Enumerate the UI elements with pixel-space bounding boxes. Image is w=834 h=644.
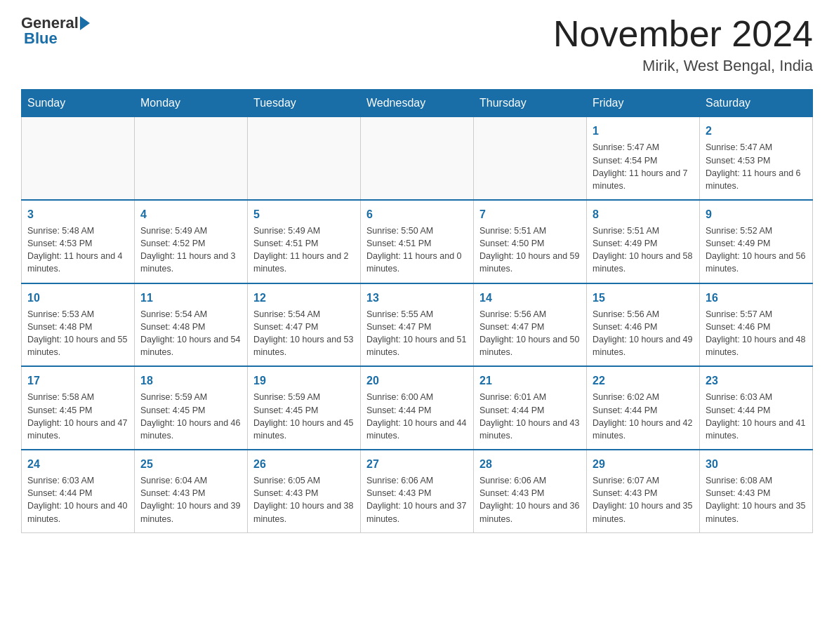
- day-number: 11: [140, 290, 241, 306]
- day-info: Sunrise: 5:58 AM Sunset: 4:45 PM Dayligh…: [27, 391, 128, 442]
- day-info: Sunrise: 6:06 AM Sunset: 4:43 PM Dayligh…: [366, 474, 468, 525]
- day-cell: 24Sunrise: 6:03 AM Sunset: 4:44 PM Dayli…: [22, 450, 135, 532]
- day-info: Sunrise: 5:59 AM Sunset: 4:45 PM Dayligh…: [253, 391, 355, 442]
- day-number: 24: [27, 456, 128, 472]
- day-number: 4: [140, 206, 241, 222]
- day-cell: 28Sunrise: 6:06 AM Sunset: 4:43 PM Dayli…: [474, 450, 587, 532]
- day-cell: 22Sunrise: 6:02 AM Sunset: 4:44 PM Dayli…: [587, 366, 700, 450]
- day-cell: 17Sunrise: 5:58 AM Sunset: 4:45 PM Dayli…: [22, 366, 135, 450]
- day-info: Sunrise: 5:54 AM Sunset: 4:47 PM Dayligh…: [253, 308, 355, 359]
- header-cell-tuesday: Tuesday: [248, 90, 361, 117]
- logo-arrow-icon: [80, 16, 90, 30]
- header-cell-sunday: Sunday: [22, 90, 135, 117]
- day-info: Sunrise: 5:55 AM Sunset: 4:47 PM Dayligh…: [366, 308, 468, 359]
- day-info: Sunrise: 6:03 AM Sunset: 4:44 PM Dayligh…: [27, 474, 128, 525]
- day-info: Sunrise: 5:48 AM Sunset: 4:53 PM Dayligh…: [27, 224, 128, 276]
- day-number: 14: [479, 290, 581, 306]
- day-number: 5: [253, 206, 355, 222]
- day-cell: 26Sunrise: 6:05 AM Sunset: 4:43 PM Dayli…: [248, 450, 361, 532]
- week-row-5: 24Sunrise: 6:03 AM Sunset: 4:44 PM Dayli…: [22, 450, 813, 532]
- day-number: 22: [593, 373, 694, 389]
- week-row-2: 3Sunrise: 5:48 AM Sunset: 4:53 PM Daylig…: [22, 200, 813, 283]
- day-info: Sunrise: 5:47 AM Sunset: 4:53 PM Dayligh…: [706, 141, 807, 192]
- week-row-4: 17Sunrise: 5:58 AM Sunset: 4:45 PM Dayli…: [22, 366, 813, 450]
- day-number: 12: [253, 290, 355, 306]
- day-info: Sunrise: 6:05 AM Sunset: 4:43 PM Dayligh…: [253, 474, 355, 525]
- day-cell: 29Sunrise: 6:07 AM Sunset: 4:43 PM Dayli…: [587, 450, 700, 532]
- day-cell: 27Sunrise: 6:06 AM Sunset: 4:43 PM Dayli…: [361, 450, 474, 532]
- calendar-table: SundayMondayTuesdayWednesdayThursdayFrid…: [21, 89, 813, 532]
- day-info: Sunrise: 6:01 AM Sunset: 4:44 PM Dayligh…: [479, 391, 581, 442]
- day-cell: 18Sunrise: 5:59 AM Sunset: 4:45 PM Dayli…: [135, 366, 248, 450]
- day-cell: 19Sunrise: 5:59 AM Sunset: 4:45 PM Dayli…: [248, 366, 361, 450]
- day-cell: 21Sunrise: 6:01 AM Sunset: 4:44 PM Dayli…: [474, 366, 587, 450]
- day-info: Sunrise: 5:52 AM Sunset: 4:49 PM Dayligh…: [706, 224, 807, 276]
- day-info: Sunrise: 6:00 AM Sunset: 4:44 PM Dayligh…: [366, 391, 468, 442]
- day-cell: [22, 117, 135, 200]
- day-number: 2: [706, 123, 807, 139]
- day-number: 28: [479, 456, 581, 472]
- day-number: 29: [593, 456, 694, 472]
- day-info: Sunrise: 6:07 AM Sunset: 4:43 PM Dayligh…: [593, 474, 694, 525]
- day-cell: 12Sunrise: 5:54 AM Sunset: 4:47 PM Dayli…: [248, 283, 361, 367]
- day-info: Sunrise: 5:51 AM Sunset: 4:49 PM Dayligh…: [593, 224, 694, 276]
- day-info: Sunrise: 5:51 AM Sunset: 4:50 PM Dayligh…: [479, 224, 581, 276]
- header-cell-saturday: Saturday: [700, 90, 813, 117]
- day-cell: 20Sunrise: 6:00 AM Sunset: 4:44 PM Dayli…: [361, 366, 474, 450]
- day-cell: [474, 117, 587, 200]
- day-number: 23: [706, 373, 807, 389]
- day-info: Sunrise: 6:04 AM Sunset: 4:43 PM Dayligh…: [140, 474, 241, 525]
- day-cell: 6Sunrise: 5:50 AM Sunset: 4:51 PM Daylig…: [361, 200, 474, 283]
- header-cell-friday: Friday: [587, 90, 700, 117]
- location-title: Mirik, West Bengal, India: [553, 57, 813, 75]
- day-cell: [361, 117, 474, 200]
- day-number: 17: [27, 373, 128, 389]
- day-cell: 30Sunrise: 6:08 AM Sunset: 4:43 PM Dayli…: [700, 450, 813, 532]
- day-info: Sunrise: 6:02 AM Sunset: 4:44 PM Dayligh…: [593, 391, 694, 442]
- day-number: 20: [366, 373, 468, 389]
- day-number: 16: [706, 290, 807, 306]
- month-title: November 2024: [553, 14, 813, 54]
- day-number: 13: [366, 290, 468, 306]
- day-cell: 4Sunrise: 5:49 AM Sunset: 4:52 PM Daylig…: [135, 200, 248, 283]
- day-info: Sunrise: 5:54 AM Sunset: 4:48 PM Dayligh…: [140, 308, 241, 359]
- logo-blue-text: Blue: [24, 29, 58, 48]
- day-number: 9: [706, 206, 807, 222]
- day-cell: 8Sunrise: 5:51 AM Sunset: 4:49 PM Daylig…: [587, 200, 700, 283]
- day-number: 10: [27, 290, 128, 306]
- day-cell: 5Sunrise: 5:49 AM Sunset: 4:51 PM Daylig…: [248, 200, 361, 283]
- day-cell: 1Sunrise: 5:47 AM Sunset: 4:54 PM Daylig…: [587, 117, 700, 200]
- day-cell: [248, 117, 361, 200]
- day-cell: 15Sunrise: 5:56 AM Sunset: 4:46 PM Dayli…: [587, 283, 700, 367]
- day-info: Sunrise: 6:06 AM Sunset: 4:43 PM Dayligh…: [479, 474, 581, 525]
- day-info: Sunrise: 5:57 AM Sunset: 4:46 PM Dayligh…: [706, 308, 807, 359]
- header-cell-wednesday: Wednesday: [361, 90, 474, 117]
- day-number: 3: [27, 206, 128, 222]
- day-cell: 11Sunrise: 5:54 AM Sunset: 4:48 PM Dayli…: [135, 283, 248, 367]
- logo: General Blue: [21, 14, 90, 48]
- day-info: Sunrise: 5:50 AM Sunset: 4:51 PM Dayligh…: [366, 224, 468, 276]
- day-number: 18: [140, 373, 241, 389]
- day-info: Sunrise: 5:47 AM Sunset: 4:54 PM Dayligh…: [593, 141, 694, 192]
- day-cell: 13Sunrise: 5:55 AM Sunset: 4:47 PM Dayli…: [361, 283, 474, 367]
- day-number: 15: [593, 290, 694, 306]
- day-info: Sunrise: 6:08 AM Sunset: 4:43 PM Dayligh…: [706, 474, 807, 525]
- day-number: 7: [479, 206, 581, 222]
- header-cell-thursday: Thursday: [474, 90, 587, 117]
- day-number: 8: [593, 206, 694, 222]
- day-info: Sunrise: 5:59 AM Sunset: 4:45 PM Dayligh…: [140, 391, 241, 442]
- day-number: 19: [253, 373, 355, 389]
- day-info: Sunrise: 6:03 AM Sunset: 4:44 PM Dayligh…: [706, 391, 807, 442]
- day-info: Sunrise: 5:49 AM Sunset: 4:51 PM Dayligh…: [253, 224, 355, 276]
- day-number: 1: [593, 123, 694, 139]
- week-row-3: 10Sunrise: 5:53 AM Sunset: 4:48 PM Dayli…: [22, 283, 813, 367]
- day-cell: 16Sunrise: 5:57 AM Sunset: 4:46 PM Dayli…: [700, 283, 813, 367]
- day-cell: 2Sunrise: 5:47 AM Sunset: 4:53 PM Daylig…: [700, 117, 813, 200]
- day-cell: 23Sunrise: 6:03 AM Sunset: 4:44 PM Dayli…: [700, 366, 813, 450]
- header-cell-monday: Monday: [135, 90, 248, 117]
- day-number: 21: [479, 373, 581, 389]
- day-number: 26: [253, 456, 355, 472]
- day-number: 25: [140, 456, 241, 472]
- day-number: 30: [706, 456, 807, 472]
- day-cell: 3Sunrise: 5:48 AM Sunset: 4:53 PM Daylig…: [22, 200, 135, 283]
